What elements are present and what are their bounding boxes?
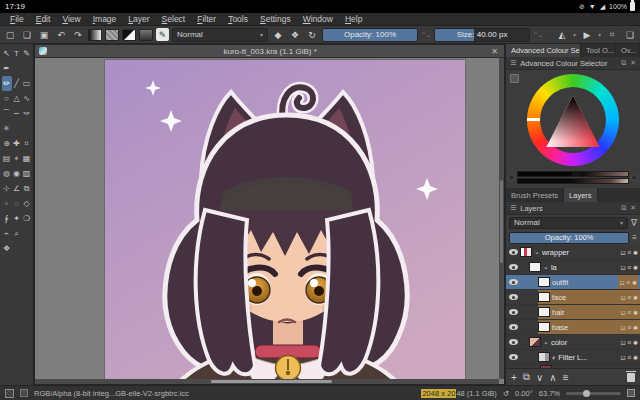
tool-text[interactable]: T — [12, 46, 22, 61]
size-slider[interactable]: Size: 40.00 px — [434, 28, 530, 42]
layer-row-color[interactable]: ⌄color⊡α✱ — [506, 335, 640, 350]
mirror-vertical-button[interactable]: ▶ — [580, 28, 594, 42]
tab-brush-presets[interactable]: Brush Presets — [506, 188, 564, 202]
mirror-v-caret-icon[interactable]: ▾ — [598, 31, 601, 38]
layer-options-icon[interactable]: ≡ — [632, 233, 637, 242]
lock-icon[interactable]: α — [628, 324, 631, 330]
tool-ellipse-select[interactable]: ◌ — [12, 196, 22, 211]
lock-icon[interactable]: α — [627, 279, 630, 285]
zoom-slider[interactable] — [566, 392, 621, 395]
pin-icon[interactable]: ⊡ — [620, 294, 625, 301]
pin-icon[interactable]: ⊡ — [620, 249, 625, 256]
pin-icon[interactable]: ⊡ — [620, 309, 625, 316]
inherit-alpha-icon[interactable]: ✱ — [633, 264, 638, 271]
pattern-chooser-button[interactable] — [105, 29, 119, 41]
visibility-eye-icon[interactable] — [509, 294, 518, 300]
menu-tools[interactable]: Tools — [222, 14, 254, 24]
lock-icon[interactable]: α — [628, 339, 631, 345]
expand-chevron-icon[interactable]: ⌄ — [543, 263, 549, 271]
canvas-viewport[interactable] — [35, 58, 504, 384]
docker-menu-icon[interactable]: ☰ — [510, 204, 516, 212]
tool-zoom[interactable]: ⌕ — [12, 226, 22, 241]
visibility-eye-icon[interactable] — [509, 264, 518, 270]
workspace-chooser-button[interactable]: ❏ — [623, 28, 637, 42]
menu-help[interactable]: Help — [339, 14, 368, 24]
fit-page-icon[interactable] — [627, 389, 635, 397]
lock-icon[interactable]: α — [628, 249, 631, 255]
menu-file[interactable]: File — [4, 14, 30, 24]
tool-fill[interactable]: ◍ — [2, 166, 12, 181]
layer-filter-icon[interactable]: ∇ — [631, 218, 637, 228]
canvas-artwork[interactable] — [105, 60, 465, 384]
delete-layer-button[interactable] — [627, 373, 635, 382]
visibility-eye-icon[interactable] — [509, 279, 518, 285]
selection-indicator-icon[interactable] — [5, 389, 14, 398]
hue-ring[interactable] — [527, 74, 619, 166]
tool-color-sampler[interactable]: ⌖ — [12, 151, 22, 166]
reload-preset-button[interactable]: ↻ — [305, 28, 319, 42]
preserve-alpha-button[interactable]: ❖ — [288, 28, 302, 42]
reset-rotation-icon[interactable]: ↺ — [503, 389, 509, 398]
tool-enclose-fill[interactable]: ◉ — [12, 166, 22, 181]
tool-similar-select[interactable]: ✦ — [12, 211, 22, 226]
tool-assistants[interactable]: ⊹ — [2, 181, 12, 196]
shade-strip-2[interactable] — [517, 178, 629, 184]
tool-smart-patch[interactable]: ▨ — [22, 166, 32, 181]
docker-menu-icon[interactable]: ☰ — [510, 59, 516, 67]
save-button[interactable]: ▣ — [37, 28, 51, 42]
open-document-button[interactable]: ❏ — [20, 28, 34, 42]
canvas-horizontal-scrollbar[interactable] — [35, 379, 499, 384]
lock-icon[interactable]: α — [628, 294, 631, 300]
add-layer-button[interactable]: + — [511, 372, 517, 383]
menu-filter[interactable]: Filter — [191, 14, 222, 24]
tool-outline-select[interactable]: ∮ — [2, 211, 12, 226]
tab-overview[interactable]: Ov... — [616, 44, 640, 57]
tool-magnetic-select[interactable]: ⌁ — [2, 226, 12, 241]
selector-shape-button[interactable] — [510, 74, 519, 83]
menu-layer[interactable]: Layer — [122, 14, 155, 24]
layer-properties-button[interactable]: ≡ — [563, 372, 569, 383]
tool-move[interactable]: ✚ — [12, 136, 22, 151]
visibility-eye-icon[interactable] — [509, 354, 518, 360]
new-document-button[interactable]: ▢ — [3, 28, 17, 42]
expand-chevron-icon[interactable]: ⌄ — [543, 338, 549, 346]
pin-icon[interactable]: ⊡ — [620, 264, 625, 271]
layer-row-face[interactable]: face⊡α✱ — [506, 290, 640, 305]
canvas-window-titlebar[interactable]: kuro-tt_003.kra (1.1 GiB) * ✕ — [35, 45, 504, 58]
menu-view[interactable]: View — [56, 14, 86, 24]
lock-icon[interactable]: α — [628, 354, 631, 360]
inherit-alpha-icon[interactable]: ✱ — [633, 354, 638, 361]
menu-select[interactable]: Select — [156, 14, 192, 24]
lock-icon[interactable]: α — [628, 264, 631, 270]
visibility-eye-icon[interactable] — [509, 309, 518, 315]
tab-advanced-colour-selector[interactable]: Advanced Colour Se... — [506, 44, 581, 57]
tab-tool-options[interactable]: Tool O... — [581, 44, 616, 57]
visibility-eye-icon[interactable] — [509, 249, 518, 255]
expand-chevron-icon[interactable]: ⌄ — [534, 248, 540, 256]
pin-icon[interactable]: ⊡ — [620, 339, 625, 346]
close-docker-icon[interactable]: ✕ — [630, 59, 636, 67]
visibility-eye-icon[interactable] — [509, 324, 518, 330]
tool-pattern-fill[interactable]: ▦ — [22, 151, 32, 166]
layer-opacity-slider[interactable]: Opacity: 100% — [509, 232, 629, 244]
close-icon[interactable]: ✕ — [489, 47, 500, 56]
tool-bezier-select[interactable]: ❍ — [22, 211, 32, 226]
float-docker-icon[interactable]: ⧉ — [621, 59, 626, 67]
inherit-alpha-icon[interactable]: ✱ — [632, 279, 637, 286]
menu-window[interactable]: Window — [297, 14, 339, 24]
pin-icon[interactable]: ⊡ — [620, 324, 625, 331]
tool-rectangle[interactable]: ▭ — [22, 76, 32, 91]
tool-freehand-brush[interactable]: ✏ — [2, 76, 12, 91]
float-docker-icon[interactable]: ⧉ — [621, 204, 626, 212]
menu-image[interactable]: Image — [87, 14, 123, 24]
pin-icon[interactable]: ⊡ — [619, 279, 624, 286]
fg-bg-color-button[interactable] — [122, 29, 136, 41]
blending-mode-dropdown[interactable]: Normal ▾ — [172, 28, 268, 42]
undo-button[interactable]: ↶ — [54, 28, 68, 42]
eraser-mode-button[interactable]: ◆ — [271, 28, 285, 42]
tool-pan[interactable]: ❖ — [2, 241, 12, 256]
mirror-h-caret-icon[interactable]: ▾ — [573, 31, 576, 38]
duplicate-layer-button[interactable]: ⧉ — [523, 371, 530, 383]
tool-multibrush[interactable]: ✳ — [2, 121, 12, 136]
layer-row-outfit[interactable]: outfit⊡α✱ — [506, 275, 640, 290]
